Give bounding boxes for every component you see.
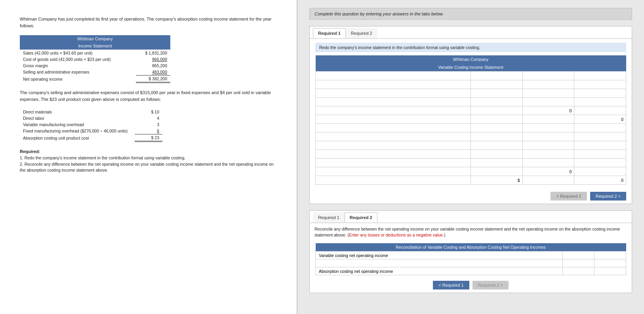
req1-nav: < Required 1 Required 2 > — [310, 189, 632, 204]
variable-costing-table: Whitman Company Variable Costing Income … — [315, 55, 626, 185]
req1-tab-content: Redo the company's income statement in t… — [310, 39, 632, 189]
recon-instruction: Reconcile any difference between the net… — [310, 223, 632, 241]
req1-section: Required 1 Required 2 Redo the company's… — [309, 26, 632, 204]
next-req2-btn[interactable]: Required 2 > — [590, 192, 626, 201]
required-label: Required: — [20, 149, 40, 154]
left-panel: Whitman Company has just completed its f… — [0, 0, 297, 314]
next-req2-bottom-btn: Required 2 > — [473, 281, 509, 289]
req1-tab-bar: Required 1 Required 2 — [310, 26, 632, 39]
vc-title: Variable Costing Income Statement — [316, 63, 626, 72]
tab-required2-bottom[interactable]: Required 2 — [345, 212, 377, 223]
vc-company: Whitman Company — [316, 55, 626, 63]
prev-req1-bottom-btn[interactable]: < Required 1 — [433, 281, 469, 289]
req2-nav: < Required 1 Required 2 > — [310, 278, 632, 293]
right-panel: Complete this question by entering your … — [297, 0, 644, 314]
income-statement-table: Whitman Company Income Statement Sales (… — [20, 35, 170, 83]
company-name: Whitman Company — [20, 35, 170, 42]
tab-required2-top[interactable]: Required 2 — [346, 28, 377, 38]
required-section: Required: 1. Redo the company's income s… — [20, 148, 277, 174]
unit-cost-table: Direct materials$ 10Direct labor4Variabl… — [20, 109, 162, 142]
prev-req1-btn[interactable]: < Required 1 — [551, 192, 587, 201]
tab-required1-bottom[interactable]: Required 1 — [313, 212, 345, 223]
statement-title: Income Statement — [20, 42, 170, 50]
recon-table: Reconciliation of Variable Costing and A… — [315, 243, 626, 275]
tab-required1[interactable]: Required 1 — [313, 28, 346, 38]
req1-instruction: Redo the company's income statement in t… — [315, 43, 626, 52]
selling-text: The company's selling and administrative… — [20, 89, 277, 102]
complete-header: Complete this question by entering your … — [309, 8, 632, 20]
highlight-text: Enter any losses or deductions as a nega… — [349, 233, 444, 237]
recon-title: Reconciliation of Variable Costing and A… — [316, 243, 626, 252]
req2-section: Required 1 Required 2 Reconcile any diff… — [309, 210, 632, 293]
intro-text: Whitman Company has just completed its f… — [20, 16, 277, 29]
req2-tab-bar: Required 1 Required 2 — [310, 211, 632, 223]
